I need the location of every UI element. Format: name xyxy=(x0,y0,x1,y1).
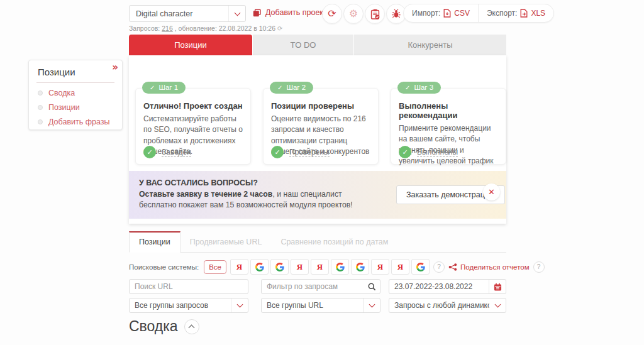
summary-section-header: Сводка xyxy=(129,318,199,335)
url-groups-select[interactable]: Все группы URL xyxy=(261,298,380,313)
export-button[interactable]: Экспорт: XLS xyxy=(479,4,553,22)
step-title: Выполнены рекомендации xyxy=(399,101,498,120)
bullet-icon xyxy=(38,105,43,110)
engine-button-yandex[interactable]: Я xyxy=(311,259,329,275)
check-icon: ✓ xyxy=(405,84,410,91)
bullet-icon xyxy=(38,119,43,124)
date-range-input[interactable] xyxy=(389,282,489,291)
google-icon xyxy=(275,263,284,271)
export-format: XLS xyxy=(531,9,545,18)
subtab-positions[interactable]: Позиции xyxy=(129,231,180,253)
subtab-promoted-urls[interactable]: Продвигаемые URL xyxy=(180,233,272,252)
search-engines-label: Поисковые системы: xyxy=(129,263,199,271)
google-icon xyxy=(356,263,365,271)
file-import-icon xyxy=(443,9,451,18)
tab-positions[interactable]: Позиции xyxy=(129,35,252,55)
engine-button-google[interactable] xyxy=(250,259,269,275)
check-icon: ✓ xyxy=(150,84,155,91)
tab-competitors[interactable]: Конкуренты xyxy=(353,35,506,55)
close-banner-button[interactable]: ✕ xyxy=(483,183,500,200)
import-format: CSV xyxy=(454,9,470,18)
google-icon xyxy=(255,263,264,271)
file-export-icon xyxy=(520,9,528,18)
engine-button-google[interactable] xyxy=(411,259,430,275)
all-engines-button[interactable]: Все xyxy=(204,260,226,274)
banner-text-bold: Оставьте заявку в течение 2 часов xyxy=(139,190,272,199)
dynamics-select[interactable]: Запросы с любой динамикой xyxy=(389,298,506,313)
step-status-link[interactable]: Проверены xyxy=(289,148,330,157)
sidebar-item-summary[interactable]: Сводка xyxy=(38,89,113,97)
gear-icon: ⚙ xyxy=(349,9,358,19)
url-groups-value: Все группы URL xyxy=(262,301,363,310)
check-circle-icon: ✓ xyxy=(271,146,284,158)
engine-button-yandex[interactable]: Я xyxy=(391,259,409,275)
collapse-summary-button[interactable] xyxy=(184,319,199,334)
share-icon xyxy=(448,263,457,271)
step-status-link[interactable]: Выполнены xyxy=(417,148,458,157)
subtab-compare-by-dates[interactable]: Сравнение позиций по датам xyxy=(271,233,397,252)
search-icon[interactable] xyxy=(364,280,380,293)
import-label: Импорт: xyxy=(412,9,440,18)
step-badge-label: Шаг 3 xyxy=(414,84,433,91)
yandex-icon: Я xyxy=(317,262,323,272)
query-filter-input[interactable] xyxy=(262,282,364,291)
engine-button-yandex[interactable]: Я xyxy=(371,259,389,275)
project-select[interactable]: Digital character xyxy=(129,5,246,22)
share-report-label: Поделиться отчетом xyxy=(460,263,530,271)
update-text: , обновление: 22.08.2022 в 10:26 xyxy=(175,25,275,32)
refresh-small-icon[interactable]: ⟳ xyxy=(277,25,282,32)
url-search-field xyxy=(129,279,248,294)
chevron-up-icon xyxy=(189,324,195,331)
settings-button[interactable]: ⚙ xyxy=(343,4,364,24)
report-check-button[interactable] xyxy=(365,4,385,24)
topbar-actions: ⟳ ⚙ xyxy=(322,4,406,24)
query-groups-select[interactable]: Все группы запросов xyxy=(129,298,248,313)
chevron-down-icon xyxy=(228,6,245,21)
promo-banner: У ВАС ОСТАЛИСЬ ВОПРОСЫ? Оставьте заявку … xyxy=(129,171,506,219)
add-project-button[interactable]: Добавить проект xyxy=(253,8,327,17)
check-circle-icon: ✓ xyxy=(399,146,411,158)
chevron-down-icon xyxy=(231,298,248,312)
queries-count-link[interactable]: 216 xyxy=(162,25,173,32)
url-search-input[interactable] xyxy=(130,282,248,291)
search-engines-row: Поисковые системы: Все ЯЯЯЯЯ ? Поделитьс… xyxy=(129,258,513,275)
filter-selects-row: Все группы запросов Все группы URL Запро… xyxy=(129,298,506,313)
sidebar-item-label: Сводка xyxy=(48,89,75,97)
divider xyxy=(36,82,114,83)
yandex-icon: Я xyxy=(377,262,383,272)
google-icon xyxy=(416,263,425,271)
import-button[interactable]: Импорт: CSV xyxy=(404,4,478,22)
seo-positions-page: Digital character Запросов: 216 , обновл… xyxy=(0,0,644,345)
refresh-icon: ⟳ xyxy=(328,9,336,19)
google-icon xyxy=(336,263,345,271)
refresh-button[interactable]: ⟳ xyxy=(322,4,342,24)
engine-button-yandex[interactable]: Я xyxy=(230,259,248,275)
engine-button-yandex[interactable]: Я xyxy=(291,259,309,275)
step-card-1: ✓ Шаг 1 Отлично! Проект создан Системати… xyxy=(135,88,251,165)
help-icon[interactable]: ? xyxy=(533,261,545,273)
help-icon[interactable]: ? xyxy=(433,261,445,273)
close-icon: ✕ xyxy=(488,187,495,197)
check-icon: ✓ xyxy=(277,84,282,91)
query-groups-value: Все группы запросов xyxy=(130,301,231,310)
step-title: Позиции проверены xyxy=(271,101,370,111)
sidebar-item-add-phrases[interactable]: Добавить фразы xyxy=(38,118,113,126)
chevron-down-icon xyxy=(363,298,380,312)
engine-button-google[interactable] xyxy=(331,259,349,275)
step-title: Отлично! Проект создан xyxy=(143,101,243,111)
step-card-2: ✓ Шаг 2 Позиции проверены Оцените видимо… xyxy=(263,88,379,165)
step-status-link[interactable]: Заведён xyxy=(162,148,191,157)
tab-todo[interactable]: TO DO xyxy=(252,35,353,55)
step-badge-label: Шаг 2 xyxy=(286,84,306,91)
engine-button-google[interactable] xyxy=(351,259,369,275)
query-filter-field xyxy=(261,279,380,294)
share-report-button[interactable]: Поделиться отчетом xyxy=(448,263,530,271)
calendar-icon[interactable] xyxy=(489,280,506,293)
sidebar-item-positions[interactable]: Позиции xyxy=(38,103,113,112)
yandex-icon: Я xyxy=(297,262,303,272)
chevron-down-icon xyxy=(489,298,506,312)
engine-button-google[interactable] xyxy=(270,259,289,275)
step-status: ✓ Проверены xyxy=(271,146,330,158)
collapse-sidebar-icon[interactable]: » xyxy=(112,62,117,73)
bullet-icon xyxy=(38,90,43,96)
